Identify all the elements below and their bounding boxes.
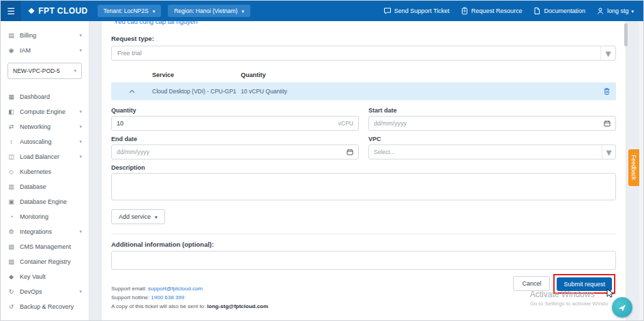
sidebar-item-label: IAM bbox=[20, 47, 31, 54]
add-service-label: Add service bbox=[119, 213, 151, 220]
quantity-input[interactable] bbox=[117, 120, 335, 127]
sidebar: ▤ Billing ▾ ◉ IAM ▾ NEW-VPC-POD-5 ▾ ▦ Da… bbox=[1, 21, 89, 320]
request-resource-link[interactable]: Request Resource bbox=[460, 7, 523, 15]
region-label: Region: Hanoi (Vietnam) bbox=[174, 7, 237, 14]
clipped-heading: Yêu cầu cung cấp tài nguyên bbox=[111, 21, 616, 27]
user-icon bbox=[596, 7, 604, 15]
vpc-placeholder: Select... bbox=[374, 149, 598, 155]
delete-service-button[interactable] bbox=[603, 87, 611, 95]
service-table-header: Service Quantity bbox=[111, 67, 616, 82]
chevron-down-icon: ▾ bbox=[79, 139, 82, 144]
submit-request-button[interactable]: Submit request bbox=[557, 277, 612, 291]
watermark-line2: Go to Settings to activate Windo bbox=[530, 301, 608, 307]
action-buttons: Cancel Submit request bbox=[513, 276, 616, 291]
add-service-button[interactable]: Add service ▾ bbox=[111, 209, 165, 224]
vpc-selector[interactable]: NEW-VPC-POD-5 ▾ bbox=[8, 63, 82, 79]
chevron-down-icon: ▾ bbox=[631, 9, 634, 14]
sidebar-item-autoscaling[interactable]: ↕ Autoscaling ▾ bbox=[1, 134, 89, 149]
start-date-label: Start date bbox=[368, 107, 616, 114]
chat-icon bbox=[383, 7, 392, 15]
vpc-select[interactable]: Select... ▾ bbox=[368, 144, 616, 159]
chevron-down-icon: ▾ bbox=[155, 215, 158, 219]
cms-icon: ▧ bbox=[8, 243, 15, 250]
service-row[interactable]: Cloud Desktop (VDI) - CPU-GP1 10 vCPU Qu… bbox=[111, 82, 616, 100]
sidebar-item-iam[interactable]: ◉ IAM ▾ bbox=[1, 43, 89, 58]
kubernetes-icon: ◇ bbox=[8, 168, 15, 175]
sidebar-item-billing[interactable]: ▤ Billing ▾ bbox=[1, 28, 89, 43]
additional-info-textarea[interactable] bbox=[111, 251, 616, 270]
sidebar-item-label: Key Vault bbox=[20, 273, 46, 280]
sidebar-item-networking[interactable]: ⇄ Networking ▾ bbox=[1, 119, 89, 134]
collapse-row-button[interactable] bbox=[111, 89, 152, 93]
autoscaling-icon: ↕ bbox=[8, 138, 15, 145]
quantity-unit: vCPU bbox=[338, 120, 353, 127]
sidebar-item-cms-management[interactable]: ▧ CMS Management bbox=[1, 239, 89, 254]
start-date-input[interactable] bbox=[374, 120, 600, 127]
sidebar-item-backup-recovery[interactable]: ↺ Backup & Recovery bbox=[1, 299, 89, 314]
document-icon bbox=[533, 7, 541, 15]
chevron-down-icon: ▾ bbox=[79, 48, 82, 53]
calendar-icon[interactable] bbox=[604, 120, 611, 127]
documentation-link[interactable]: Documentation bbox=[533, 7, 585, 15]
assistant-floating-button[interactable] bbox=[612, 297, 632, 318]
tenant-selector[interactable]: Tenant: LocNP2S ▾ bbox=[98, 5, 162, 17]
monitoring-icon: ◔ bbox=[8, 213, 15, 220]
description-textarea[interactable] bbox=[111, 173, 616, 200]
sidebar-item-kubernetes[interactable]: ◇ Kubernetes bbox=[1, 164, 89, 179]
end-date-input[interactable] bbox=[117, 149, 343, 155]
col-quantity: Quantity bbox=[241, 72, 589, 78]
sidebar-item-devops[interactable]: ↻ DevOps ▾ bbox=[1, 284, 89, 299]
sidebar-item-database[interactable]: ▥ Database bbox=[1, 179, 89, 194]
documentation-label: Documentation bbox=[544, 7, 585, 14]
clipboard-icon bbox=[460, 7, 469, 15]
sidebar-item-key-vault[interactable]: ◆ Key Vault bbox=[1, 269, 89, 284]
chevron-down-icon: ▾ bbox=[79, 109, 82, 114]
sidebar-item-integrations[interactable]: ⚙ Integrations ▾ bbox=[1, 224, 89, 239]
iam-icon: ◉ bbox=[8, 47, 15, 54]
request-type-label: Request type: bbox=[111, 35, 616, 42]
main-content: Yêu cầu cung cấp tài nguyên Request type… bbox=[89, 21, 643, 320]
region-selector[interactable]: Region: Hanoi (Vietnam) ▾ bbox=[168, 5, 250, 17]
sidebar-item-load-balancer[interactable]: ◫ Load Balancer ▾ bbox=[1, 149, 89, 164]
sidebar-item-container-registry[interactable]: ▨ Container Registry bbox=[1, 254, 89, 269]
sidebar-item-monitoring[interactable]: ◔ Monitoring bbox=[1, 209, 89, 224]
sidebar-item-label: Monitoring bbox=[20, 213, 48, 220]
sidebar-item-label: Compute Engine bbox=[20, 108, 65, 115]
user-menu[interactable]: long stg ▾ bbox=[596, 7, 634, 15]
page-scrollbar[interactable] bbox=[639, 21, 643, 320]
calendar-icon[interactable] bbox=[347, 149, 353, 155]
chevron-down-icon: ▾ bbox=[74, 68, 76, 74]
container-registry-icon: ▨ bbox=[8, 258, 15, 265]
sidebar-item-label: Billing bbox=[20, 32, 36, 39]
sidebar-item-label: Database Engine bbox=[20, 198, 67, 205]
support-hotline-link[interactable]: 1900 638 399 bbox=[151, 294, 184, 301]
activate-windows-watermark: Activate Windows Go to Settings to activ… bbox=[530, 290, 608, 307]
brand-logo[interactable]: ❖ FPT CLOUD bbox=[21, 6, 98, 16]
brand-text: FPT CLOUD bbox=[38, 6, 87, 16]
request-type-select[interactable]: Free trial ▾ bbox=[111, 46, 616, 61]
fpt-logo-icon: ❖ bbox=[28, 7, 35, 16]
topbar-actions: Send Support Ticket Request Resource Doc… bbox=[383, 7, 643, 15]
chevron-down-icon: ▾ bbox=[79, 154, 82, 159]
app-window: ☰ ❖ FPT CLOUD Tenant: LocNP2S ▾ Region: … bbox=[0, 0, 644, 321]
sidebar-item-label: Kubernetes bbox=[20, 168, 51, 175]
sidebar-item-dashboard[interactable]: ▦ Dashboard bbox=[1, 89, 89, 104]
send-support-ticket-label: Send Support Ticket bbox=[394, 7, 450, 14]
end-date-field-wrap bbox=[111, 144, 359, 159]
sidebar-item-database-engine[interactable]: ▣ Database Engine bbox=[1, 194, 89, 209]
description-label: Description bbox=[111, 164, 616, 171]
hamburger-menu-icon[interactable]: ☰ bbox=[1, 1, 21, 21]
support-info: Support email: support@fptcloud.com Supp… bbox=[111, 285, 268, 311]
send-support-ticket-link[interactable]: Send Support Ticket bbox=[383, 7, 450, 15]
section-divider bbox=[111, 234, 616, 234]
key-vault-icon: ◆ bbox=[8, 273, 15, 280]
request-type-value: Free trial bbox=[112, 50, 600, 57]
content-scrollbar-thumb[interactable] bbox=[624, 23, 628, 46]
integrations-icon: ⚙ bbox=[8, 228, 15, 235]
support-email-label: Support email: bbox=[111, 286, 147, 292]
support-email-link[interactable]: support@fptcloud.com bbox=[148, 286, 203, 292]
feedback-tab[interactable]: Feedback bbox=[628, 149, 639, 186]
sidebar-item-compute-engine[interactable]: ◧ Compute Engine ▾ bbox=[1, 104, 89, 119]
cancel-button[interactable]: Cancel bbox=[513, 276, 550, 291]
dashboard-icon: ▦ bbox=[8, 93, 15, 100]
